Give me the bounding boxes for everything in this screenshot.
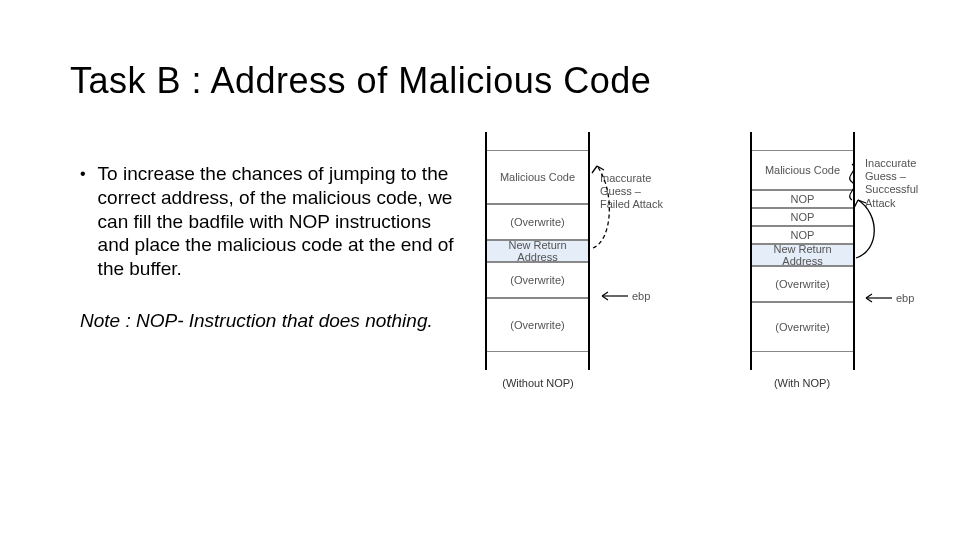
caption-without-nop: (Without NOP) xyxy=(478,377,598,389)
bullet-dot: • xyxy=(70,162,98,281)
caption-with-nop: (With NOP) xyxy=(742,377,862,389)
stack-without-nop: Malicious Code (Overwrite) New Return Ad… xyxy=(485,132,590,370)
cell-overwrite: (Overwrite) xyxy=(487,262,588,298)
cell-nop: NOP xyxy=(752,190,853,208)
cell-return-address: New Return Address xyxy=(487,240,588,262)
squiggle-icon xyxy=(842,162,862,202)
pointer-ebp-label: ebp xyxy=(632,290,650,302)
slide: Task B : Address of Malicious Code • To … xyxy=(0,0,960,540)
cell-malicious-code: Malicious Code xyxy=(487,150,588,204)
page-title: Task B : Address of Malicious Code xyxy=(70,60,890,102)
cell-malicious-code: Malicious Code xyxy=(752,150,853,190)
bullet-item: • To increase the chances of jumping to … xyxy=(70,162,460,281)
pointer-ebp-right: ebp xyxy=(862,292,914,304)
cell-overwrite: (Overwrite) xyxy=(487,298,588,352)
cell-nop: NOP xyxy=(752,208,853,226)
cell-overwrite: (Overwrite) xyxy=(752,266,853,302)
content-row: • To increase the chances of jumping to … xyxy=(70,162,890,452)
cell-return-address: New Return Address xyxy=(752,244,853,266)
stack-with-nop: Malicious Code NOP NOP NOP New Return Ad… xyxy=(750,132,855,370)
text-column: • To increase the chances of jumping to … xyxy=(70,162,460,333)
bullet-text: To increase the chances of jumping to th… xyxy=(98,162,460,281)
arrow-success-icon xyxy=(850,192,890,272)
cell-nop: NOP xyxy=(752,226,853,244)
diagram: Malicious Code (Overwrite) New Return Ad… xyxy=(470,132,890,452)
arrow-failed-icon xyxy=(585,150,625,260)
pointer-ebp-left: ebp xyxy=(598,290,650,302)
cell-overwrite: (Overwrite) xyxy=(487,204,588,240)
pointer-ebp-label: ebp xyxy=(896,292,914,304)
cell-overwrite: (Overwrite) xyxy=(752,302,853,352)
note-text: Note : NOP- Instruction that does nothin… xyxy=(70,309,460,333)
